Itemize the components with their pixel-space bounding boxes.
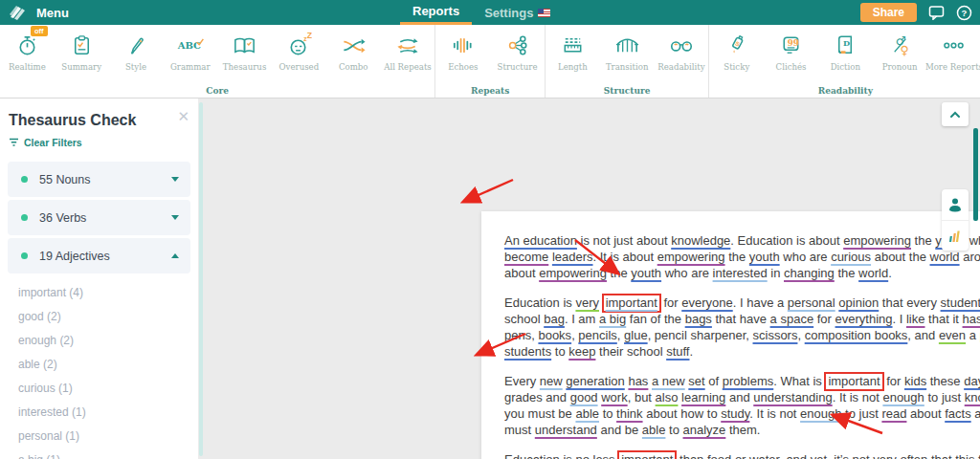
adv-word[interactable]: even	[939, 328, 966, 342]
highlighted-word[interactable]: important	[602, 294, 661, 313]
report-grammar[interactable]: ABCGrammar	[163, 25, 217, 83]
section-36-verbs[interactable]: 36 Verbs	[8, 200, 190, 235]
verb-word[interactable]: work	[601, 390, 627, 404]
noun-word[interactable]: youth	[749, 250, 780, 264]
report-length[interactable]: Length	[546, 25, 600, 83]
verb-word[interactable]: know	[965, 390, 980, 404]
adj-word[interactable]: able	[575, 406, 599, 421]
tab-reports[interactable]: Reports	[400, 0, 472, 25]
noun-word[interactable]: facts	[945, 406, 970, 421]
report-pronoun[interactable]: ♂♀Pronoun	[873, 25, 927, 83]
adv-word[interactable]: yet	[811, 452, 827, 459]
noun-word[interactable]: stuff	[666, 344, 689, 359]
word-list-item[interactable]: good (2)	[0, 304, 198, 328]
report-diction[interactable]: DDiction	[818, 25, 873, 83]
profile-icon[interactable]	[942, 189, 969, 220]
adv-word[interactable]: very	[575, 295, 599, 310]
noun-word[interactable]: food	[707, 452, 731, 459]
noun-word[interactable]: student	[941, 295, 980, 310]
report-thesaurus[interactable]: Thesaurus	[217, 25, 272, 83]
noun-word[interactable]: bag	[544, 312, 565, 326]
word-list-item[interactable]: enough (2)	[0, 328, 198, 352]
report-echoes[interactable]: Echoes	[435, 25, 490, 83]
noun-word[interactable]: problems	[723, 374, 773, 388]
report-all-repeats[interactable]: All Repeats	[381, 25, 435, 83]
report-realtime[interactable]: offRealtime	[0, 25, 55, 83]
tab-settings[interactable]: Settings	[472, 0, 563, 25]
verb-word[interactable]: empowering	[539, 266, 607, 280]
adj-word[interactable]: a new	[652, 374, 685, 388]
noun-word[interactable]: opinion	[838, 295, 879, 310]
report-more-reports[interactable]: More Reports	[927, 25, 980, 83]
verb-word[interactable]: think	[616, 406, 642, 421]
goals-chart-icon[interactable]	[942, 220, 969, 251]
report-structure[interactable]: Structure	[490, 25, 545, 83]
noun-word[interactable]: set	[688, 374, 704, 388]
verb-word[interactable]: like	[906, 312, 925, 326]
verb-word[interactable]: understand	[535, 423, 597, 437]
document-page[interactable]: An education is not just about knowledge…	[481, 211, 980, 459]
adj-word[interactable]: new	[540, 374, 563, 388]
report-overused[interactable]: zZOverused	[272, 25, 326, 83]
noun-word[interactable]: glue	[624, 328, 648, 342]
adj-word[interactable]: enough	[882, 390, 924, 404]
verb-word[interactable]: empowering	[657, 250, 725, 264]
clear-filters-button[interactable]: Clear Filters	[0, 129, 198, 148]
adj-word[interactable]: curious	[831, 250, 871, 264]
noun-word[interactable]: everything	[835, 312, 893, 326]
verb-word[interactable]: become	[504, 250, 548, 264]
verb-word[interactable]: has	[628, 374, 648, 388]
report-summary[interactable]: Summary	[55, 25, 109, 83]
noun-word[interactable]: generation	[566, 374, 624, 388]
section-19-adjectives[interactable]: 19 Adjectives	[8, 238, 190, 273]
highlighted-word[interactable]: important	[824, 372, 883, 391]
adv-word[interactable]: very	[873, 452, 897, 459]
adj-word[interactable]: personal	[788, 295, 835, 310]
adv-word[interactable]: also	[656, 390, 679, 404]
scroll-to-top-button[interactable]	[942, 102, 969, 126]
adv-word[interactable]: often	[900, 452, 927, 459]
noun-word[interactable]: students	[504, 344, 551, 359]
noun-word[interactable]: world	[858, 266, 888, 280]
report-transition[interactable]: Transition	[600, 25, 655, 83]
adj-word[interactable]: enough	[800, 406, 841, 421]
help-icon[interactable]: ?	[956, 5, 972, 21]
verb-word[interactable]: analyze	[683, 423, 726, 437]
noun-word[interactable]: An education	[504, 233, 577, 248]
adj-word[interactable]: a big	[599, 312, 626, 326]
word-list-item[interactable]: able (2)	[0, 352, 198, 376]
section-55-nouns[interactable]: 55 Nouns	[8, 162, 190, 197]
word-list-item[interactable]: a big (1)	[0, 448, 198, 459]
noun-word[interactable]: water	[749, 452, 779, 459]
verb-word[interactable]: read	[881, 406, 906, 421]
adj-word[interactable]: good	[570, 390, 598, 404]
noun-word[interactable]: a space	[770, 312, 814, 326]
word-list-item[interactable]: personal (1)	[0, 424, 198, 448]
report-style[interactable]: Style	[109, 25, 164, 83]
noun-word[interactable]: pencils	[578, 328, 616, 342]
noun-word[interactable]: knowledge	[671, 233, 730, 248]
noun-word[interactable]: kids	[904, 374, 926, 388]
verb-word[interactable]: empowering	[843, 233, 911, 248]
chat-icon[interactable]	[928, 5, 945, 20]
report-readability[interactable]: Readability	[655, 25, 709, 83]
verb-word[interactable]: study	[721, 406, 749, 421]
document-scrollbar[interactable]	[973, 128, 978, 221]
close-panel-icon[interactable]: ✕	[177, 108, 189, 125]
highlighted-word[interactable]: important	[617, 450, 677, 459]
menu-button[interactable]: Menu	[36, 6, 69, 20]
word-list-item[interactable]: curious (1)	[0, 376, 198, 400]
share-button[interactable]: Share	[860, 3, 917, 22]
adj-word[interactable]: able	[642, 423, 666, 437]
verb-word[interactable]: has	[963, 312, 980, 326]
noun-word[interactable]: scissors	[753, 328, 798, 342]
noun-word[interactable]: everyone	[681, 295, 732, 310]
report-clichés[interactable]: 99Clichés	[764, 25, 818, 83]
noun-word[interactable]: books	[538, 328, 571, 342]
noun-word[interactable]: leaders	[552, 250, 593, 264]
noun-word[interactable]: composition books	[805, 328, 908, 342]
report-combo[interactable]: Combo	[326, 25, 381, 83]
verb-word[interactable]: understanding	[753, 390, 832, 404]
noun-word[interactable]: bags	[685, 312, 712, 326]
verb-word[interactable]: keep	[568, 344, 595, 359]
